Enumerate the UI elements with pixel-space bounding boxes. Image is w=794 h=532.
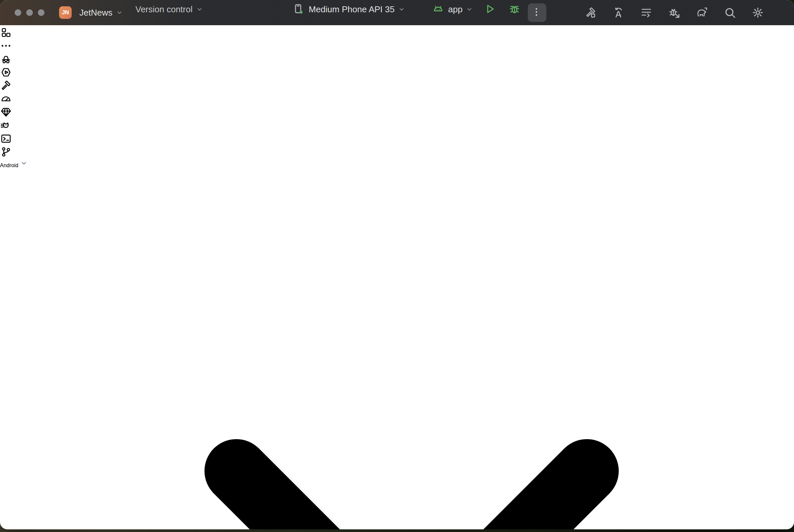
chevron-down-icon <box>196 6 203 13</box>
version-control-branch-button[interactable] <box>0 146 794 159</box>
app-inspection-diamond-button[interactable] <box>0 106 794 119</box>
attach-debugger-icon <box>668 6 681 19</box>
project-menu[interactable]: JetNews <box>76 3 127 22</box>
version-control-label: Version control <box>135 4 192 15</box>
android-head-icon <box>432 3 445 16</box>
version-control-branch-icon <box>0 146 12 158</box>
run-button[interactable] <box>481 0 500 19</box>
profiler-lines-icon <box>640 6 652 19</box>
title-bar: JN JetNews Version control Medium Phone … <box>0 0 794 25</box>
run-configuration-selector[interactable]: app <box>429 0 476 19</box>
more-run-options-button[interactable] <box>528 3 547 22</box>
refactor-a-button[interactable] <box>612 6 625 19</box>
ide-window: JN JetNews Version control Medium Phone … <box>0 0 794 529</box>
kebab-menu-icon <box>531 6 543 19</box>
build-hammer-tool-button[interactable] <box>0 80 794 93</box>
debug-button[interactable] <box>505 0 524 19</box>
logcat-cat-icon <box>0 119 12 131</box>
profiler-gauge-button[interactable] <box>0 93 794 106</box>
terminal-button[interactable] <box>0 133 794 146</box>
chevron-down-icon <box>398 6 405 13</box>
build-hammer-icon <box>584 6 597 19</box>
chevron-down-icon <box>20 159 28 167</box>
minimize-window-button[interactable] <box>26 9 33 16</box>
build-hammer-tool-icon <box>0 80 12 92</box>
gradle-sync-icon <box>696 6 708 19</box>
window-controls <box>15 9 44 16</box>
device-phone-icon <box>293 3 305 15</box>
play-console-button[interactable] <box>0 66 794 80</box>
profiler-gauge-icon <box>0 93 12 105</box>
bug-icon <box>509 3 521 16</box>
close-window-button[interactable] <box>15 9 21 16</box>
project-logo: JN <box>59 6 72 19</box>
more-options-icon <box>0 40 12 52</box>
run-configuration-name: app <box>448 4 462 15</box>
logcat-cat-button[interactable] <box>0 119 794 133</box>
android-head-icon <box>432 3 444 15</box>
version-control-menu[interactable]: Version control <box>132 0 206 19</box>
attach-debugger-button[interactable] <box>668 6 681 19</box>
project-view-label: Android <box>0 163 18 168</box>
device-phone-icon <box>293 3 306 16</box>
zoom-window-button[interactable] <box>38 9 44 16</box>
search-icon <box>724 6 736 19</box>
search-button[interactable] <box>724 6 736 19</box>
refactor-a-icon <box>612 6 625 19</box>
bug-icon <box>509 3 520 15</box>
project-panel: Android appmanifestskotlin+javacom.examp… <box>0 159 794 529</box>
device-selector[interactable]: Medium Phone API 35 <box>290 0 409 19</box>
terminal-icon <box>0 133 12 145</box>
kebab-menu-icon <box>531 6 542 18</box>
project-view-selector[interactable]: Android <box>0 159 794 169</box>
build-variants-icon <box>0 26 12 38</box>
tree-item-app[interactable]: app <box>0 169 794 529</box>
build-variants-button[interactable] <box>0 26 794 40</box>
device-name: Medium Phone API 35 <box>309 4 395 15</box>
play-icon <box>484 3 496 15</box>
settings-gear-button[interactable] <box>752 6 764 19</box>
chevron-down-icon <box>116 9 123 16</box>
build-hammer-button[interactable] <box>584 6 597 19</box>
app-quality-insights-icon <box>0 53 12 65</box>
chevron-down-icon <box>466 6 473 13</box>
project-name: JetNews <box>79 7 112 18</box>
more-options-button[interactable] <box>0 40 794 53</box>
settings-gear-icon <box>752 6 764 19</box>
profiler-lines-button[interactable] <box>640 6 652 19</box>
gradle-sync-button[interactable] <box>696 6 708 19</box>
app-inspection-diamond-icon <box>0 106 12 118</box>
app-quality-insights-button[interactable] <box>0 53 794 66</box>
play-console-icon <box>0 66 12 78</box>
play-icon <box>484 3 497 16</box>
